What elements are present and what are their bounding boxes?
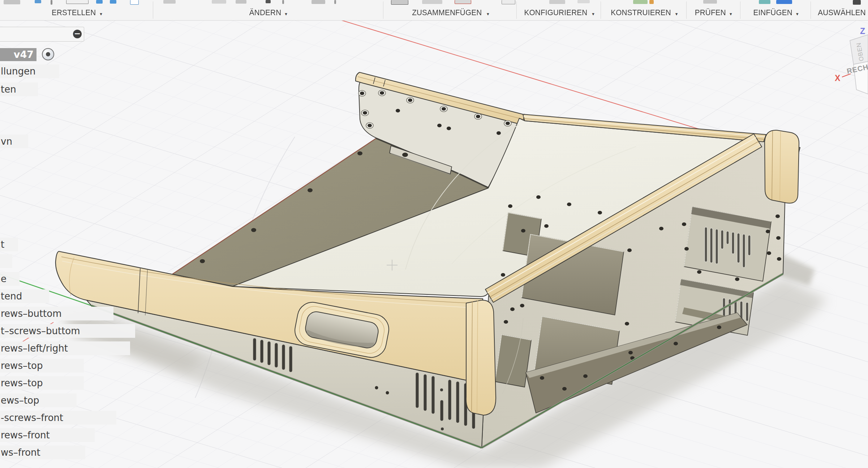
browser-item[interactable] — [0, 254, 12, 268]
browser-item[interactable]: ews–top — [0, 393, 77, 407]
toolbar-separator — [740, 1, 740, 19]
toolbar-separator — [601, 1, 601, 19]
dropdown-caret-icon: ▾ — [100, 11, 102, 17]
ribbon-toolbar: ERSTELLEN ▾ ÄNDERN ▾ ZUSAMMENFÜGEN ▾ KON… — [0, 0, 868, 21]
viewcube-z-label[interactable]: Z — [860, 26, 865, 36]
tool-icon[interactable] — [649, 0, 654, 4]
toolbar-separator — [686, 1, 687, 19]
tool-icon[interactable] — [703, 0, 717, 4]
collapse-browser-icon[interactable]: − — [73, 30, 82, 38]
tool-icon[interactable] — [212, 0, 226, 4]
browser-item[interactable]: rews–left/right — [0, 341, 130, 355]
model-viewport[interactable]: RECHTS OBEN Z X — [0, 0, 868, 468]
tool-icon[interactable] — [776, 0, 792, 4]
tool-icon[interactable] — [455, 0, 471, 4]
tool-icon[interactable] — [236, 0, 246, 4]
tool-icon[interactable] — [35, 0, 41, 3]
tool-icon[interactable] — [311, 0, 325, 4]
tool-icon[interactable] — [266, 0, 271, 3]
model-right-corner-block[interactable] — [765, 130, 799, 203]
tool-icon[interactable] — [334, 0, 336, 4]
tool-icon[interactable] — [4, 0, 20, 4]
browser-item[interactable]: ten — [0, 82, 38, 96]
document-activate-radio[interactable] — [42, 48, 54, 60]
tool-icon[interactable] — [163, 0, 176, 4]
tool-icon[interactable] — [66, 0, 89, 4]
tool-icon[interactable] — [96, 0, 103, 4]
browser-item[interactable]: rews–buttom — [0, 307, 113, 320]
browser-document-row[interactable]: v47 — [0, 48, 36, 61]
browser-item[interactable]: vn — [0, 135, 28, 148]
tool-icon[interactable] — [422, 0, 442, 4]
tool-icon[interactable] — [633, 0, 648, 4]
dropdown-caret-icon: ▾ — [285, 11, 287, 17]
toolbar-separator — [383, 1, 383, 19]
toolbar-group-zusammenfgen[interactable]: ZUSAMMENFÜGEN ▾ — [395, 0, 504, 20]
tool-icon[interactable] — [130, 0, 139, 5]
tool-icon[interactable] — [759, 0, 770, 4]
tool-icon[interactable] — [502, 0, 515, 4]
browser-item[interactable]: rews–top — [0, 376, 84, 390]
toolbar-separator — [516, 1, 517, 19]
tool-icon[interactable] — [853, 0, 861, 5]
tool-icon[interactable] — [549, 0, 565, 4]
tool-icon[interactable] — [391, 0, 408, 5]
toolbar-separator — [153, 1, 153, 19]
browser-item[interactable]: -screws–front — [0, 411, 116, 425]
browser-item[interactable]: ws–front — [0, 446, 85, 459]
tool-icon[interactable] — [51, 0, 52, 5]
browser-item[interactable]: llungen — [0, 64, 59, 78]
tool-icon[interactable] — [577, 0, 590, 3]
browser-item[interactable]: t — [0, 238, 18, 251]
browser-item[interactable]: rews–front — [0, 428, 95, 442]
tool-icon[interactable] — [110, 0, 116, 4]
browser-item[interactable]: rews–top — [0, 359, 84, 373]
toolbar-separator — [811, 1, 811, 19]
browser-item[interactable]: e — [0, 272, 20, 286]
browser-item[interactable]: t–screws–buttom — [0, 324, 135, 338]
dropdown-caret-icon: ▾ — [487, 11, 489, 17]
tool-icon[interactable] — [282, 0, 284, 4]
browser-header[interactable]: − — [0, 27, 84, 42]
model-rail-corner[interactable] — [466, 300, 496, 415]
viewcube-x-label[interactable]: X — [835, 73, 841, 83]
browser-item[interactable]: tend — [0, 289, 49, 303]
fusion360-window: { "toolbar": { "groups": [ {"label": "ER… — [0, 0, 868, 468]
